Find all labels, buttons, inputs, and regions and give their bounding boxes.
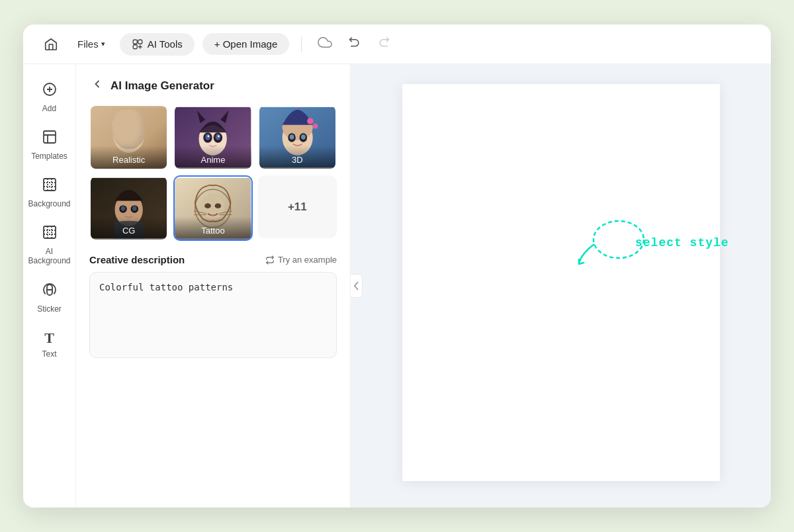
add-icon [42, 81, 58, 101]
style-grid: Realistic [76, 105, 350, 251]
templates-icon [42, 129, 58, 149]
text-icon: T [44, 330, 54, 347]
svg-point-42 [132, 206, 137, 211]
style-card-cg-label: CG [91, 216, 167, 240]
svg-rect-1 [138, 40, 142, 44]
svg-point-17 [112, 112, 146, 138]
svg-point-47 [215, 203, 222, 208]
svg-point-52 [594, 221, 644, 258]
collapse-panel-button[interactable] [351, 274, 363, 298]
svg-point-18 [120, 130, 127, 135]
ai-tools-button[interactable]: AI Tools [120, 33, 195, 56]
sidebar-item-ai-background[interactable]: AI Background [26, 218, 73, 273]
style-card-more[interactable]: +11 [258, 175, 337, 238]
sidebar: Add Templates Backgrou [23, 64, 76, 508]
app-window: Files ▾ AI Tools + Open Image [23, 24, 771, 508]
creative-description-input[interactable]: Colorful tattoo patterns [89, 272, 337, 358]
style-card-more-label: +11 [288, 200, 307, 214]
svg-point-19 [131, 130, 138, 135]
style-card-3d-label: 3D [259, 146, 335, 169]
style-card-cg[interactable]: CG [89, 175, 168, 241]
svg-point-27 [218, 136, 220, 138]
open-image-button[interactable]: + Open Image [202, 33, 289, 55]
svg-point-26 [208, 136, 210, 138]
sidebar-item-add[interactable]: Add [26, 75, 73, 120]
redo-button[interactable] [373, 32, 394, 56]
svg-rect-0 [133, 40, 137, 44]
panel-back-button[interactable] [89, 76, 105, 95]
sidebar-item-templates[interactable]: Templates [26, 122, 73, 167]
style-card-anime[interactable]: Anime [173, 105, 252, 170]
style-card-3d[interactable]: 3D [258, 105, 337, 170]
style-card-anime-label: Anime [175, 146, 251, 169]
svg-rect-10 [44, 226, 56, 238]
annotation-area: select style [635, 236, 729, 249]
svg-point-35 [307, 118, 314, 124]
panel: AI Image Generator [76, 64, 351, 508]
annotation-arrow [576, 216, 648, 269]
panel-title: AI Image Generator [110, 79, 214, 93]
background-icon [42, 177, 58, 197]
svg-rect-2 [133, 44, 137, 48]
style-card-realistic[interactable]: Realistic [89, 105, 168, 170]
sidebar-item-text[interactable]: T Text [26, 323, 73, 365]
svg-point-46 [204, 203, 211, 208]
creative-description-label: Creative description [89, 254, 185, 265]
svg-point-33 [289, 134, 294, 140]
style-card-tattoo[interactable]: Tattoo [173, 175, 252, 241]
sticker-icon [42, 282, 58, 302]
svg-point-36 [312, 124, 318, 129]
style-card-tattoo-label: Tattoo [175, 216, 251, 240]
panel-header: AI Image Generator [76, 64, 350, 105]
sidebar-item-background[interactable]: Background [26, 170, 73, 215]
svg-rect-4 [44, 131, 56, 143]
creative-header: Creative description Try an example [89, 254, 337, 265]
header: Files ▾ AI Tools + Open Image [23, 24, 771, 64]
undo-button[interactable] [344, 32, 365, 56]
header-divider [301, 36, 302, 52]
ai-background-label: AI Background [28, 247, 70, 266]
try-example-button[interactable]: Try an example [265, 255, 337, 265]
files-button[interactable]: Files ▾ [71, 34, 112, 54]
creative-section: Creative description Try an example Colo… [76, 251, 350, 371]
svg-point-41 [121, 206, 126, 211]
style-card-realistic-label: Realistic [91, 146, 167, 169]
annotation-text: select style [635, 236, 729, 249]
ai-background-icon [42, 224, 58, 244]
svg-rect-5 [44, 179, 56, 191]
sidebar-item-sticker[interactable]: Sticker [26, 275, 73, 320]
main-content: Add Templates Backgrou [23, 64, 771, 508]
svg-point-34 [301, 134, 306, 140]
canvas-area: select style [351, 64, 771, 508]
home-button[interactable] [39, 32, 63, 56]
canvas-surface [402, 84, 720, 481]
cloud-button[interactable] [314, 31, 336, 57]
